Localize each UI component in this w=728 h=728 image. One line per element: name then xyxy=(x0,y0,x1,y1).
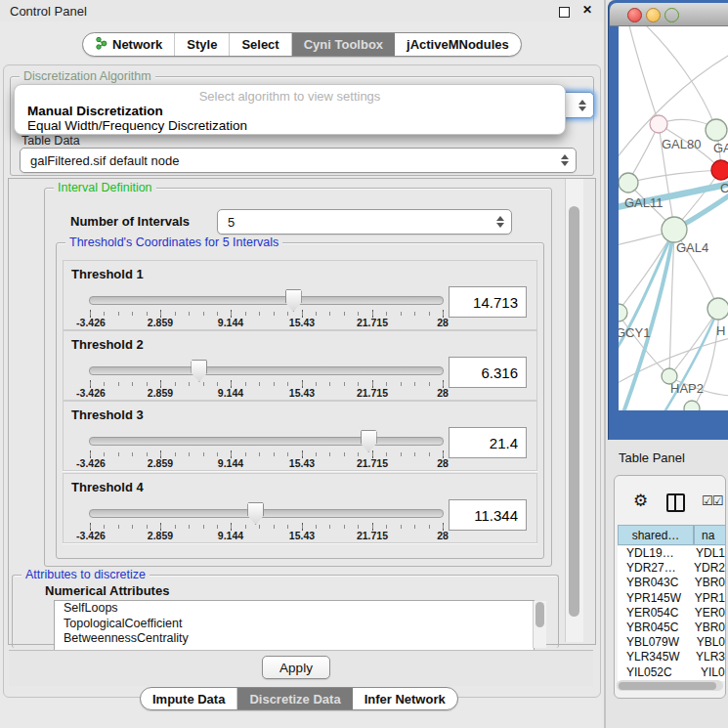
slider-minor-ticks xyxy=(90,382,444,386)
num-intervals-combobox[interactable]: 5 xyxy=(217,209,512,235)
threshold-row: Threshold 1 -3.426 2.859 9.144 15.43 21.… xyxy=(63,260,537,330)
table-row[interactable]: YDL19…YDL1 xyxy=(618,546,725,561)
list-item[interactable]: TopologicalCoefficient xyxy=(55,617,534,632)
table-row[interactable]: YIL052CYIL0 xyxy=(618,665,725,680)
slider-minor-ticks xyxy=(90,452,444,456)
threshold-slider-handle[interactable] xyxy=(191,360,207,382)
svg-text:GAL4: GAL4 xyxy=(676,240,708,255)
table-row[interactable]: YDR27…YDR2 xyxy=(618,561,725,576)
svg-text:C: C xyxy=(720,181,728,195)
combo-stepper-icon xyxy=(578,100,586,111)
close-traffic-icon[interactable] xyxy=(627,8,642,22)
tab-discretize-data[interactable]: Discretize Data xyxy=(237,688,352,709)
settings-gear-icon[interactable]: ⚙ xyxy=(633,491,648,511)
numerical-attributes-label: Numerical Attributes xyxy=(45,583,169,598)
float-window-icon[interactable] xyxy=(559,7,570,18)
table-rows[interactable]: YDL19…YDL1 YDR27…YDR2 YBR043CYBR0 YPR145… xyxy=(618,546,725,681)
node-gcy1[interactable] xyxy=(619,304,627,321)
table-columns-icon[interactable] xyxy=(666,493,685,512)
num-intervals-value: 5 xyxy=(228,215,235,230)
combo-stepper-icon xyxy=(561,154,569,166)
threshold-value-field[interactable]: 6.316 xyxy=(449,357,527,388)
threshold-value-field[interactable]: 21.4 xyxy=(449,427,527,458)
svg-text:HAP2: HAP2 xyxy=(670,381,704,396)
table-row[interactable]: YBL079WYBL0 xyxy=(618,635,725,650)
popup-hint: Select algorithm to view settings xyxy=(15,89,565,104)
svg-text:GAL11: GAL11 xyxy=(624,195,664,210)
table-panel-title: Table Panel xyxy=(619,450,685,465)
threshold-slider-track[interactable] xyxy=(89,366,444,375)
bottom-tabs: Impute Data Discretize Data Infer Networ… xyxy=(140,687,458,710)
node-h-partial[interactable] xyxy=(707,298,728,320)
table-row[interactable]: YER054CYER0 xyxy=(618,606,725,621)
settings-scrollbar[interactable] xyxy=(565,179,583,642)
tab-impute-data[interactable]: Impute Data xyxy=(141,688,237,709)
slider-minor-ticks xyxy=(90,525,444,529)
attributes-list[interactable]: SelfLoops TopologicalCoefficient Between… xyxy=(54,600,535,651)
tab-style[interactable]: Style xyxy=(175,33,230,56)
node-red-selected[interactable] xyxy=(711,160,728,180)
svg-text:GAL: GAL xyxy=(713,141,728,155)
combo-stepper-icon xyxy=(496,216,504,228)
close-icon[interactable]: ✕ xyxy=(582,3,592,17)
network-icon xyxy=(95,36,107,53)
control-panel-tabs: Network Style Select Cyni Toolbox jActiv… xyxy=(82,32,522,57)
column-header-name[interactable]: na xyxy=(694,525,726,545)
zoom-traffic-icon[interactable] xyxy=(664,8,679,22)
tab-network[interactable]: Network xyxy=(83,33,175,56)
tab-jactivemnodules[interactable]: jActiveMNodules xyxy=(395,33,521,56)
column-header-shared[interactable]: shared… xyxy=(618,525,694,545)
network-canvas[interactable]: GAL80 GAL GAL11 C GAL4 GCY1 H HAP2 xyxy=(619,26,728,410)
checkbox-icons[interactable]: ☑☑ xyxy=(702,493,722,508)
num-intervals-label: Number of Intervals xyxy=(70,214,190,229)
table-row[interactable]: YLR345WYLR3 xyxy=(618,650,725,664)
minimize-traffic-icon[interactable] xyxy=(646,8,661,22)
svg-text:GCY1: GCY1 xyxy=(619,325,650,340)
svg-text:H: H xyxy=(716,323,725,338)
tab-infer-network[interactable]: Infer Network xyxy=(353,688,457,709)
threshold-slider-handle[interactable] xyxy=(285,289,302,312)
network-window-titlebar[interactable] xyxy=(610,3,728,26)
threshold-value-field[interactable]: 14.713 xyxy=(449,286,527,318)
group-title: Discretization Algorithm xyxy=(20,69,155,83)
table-data-value: galFiltered.sif default node xyxy=(30,153,179,168)
svg-text:GAL80: GAL80 xyxy=(662,137,701,151)
panel-title: Control Panel xyxy=(10,4,87,19)
list-item[interactable]: SelfLoops xyxy=(55,601,534,617)
node-gal11[interactable] xyxy=(619,173,638,193)
scrollbar-thumb[interactable] xyxy=(619,682,716,690)
table-data-label: Table Data xyxy=(21,134,80,148)
group-title: Attributes to discretize xyxy=(21,568,150,581)
scrollbar-thumb[interactable] xyxy=(569,206,579,617)
table-row[interactable]: YBR043CYBR0 xyxy=(618,576,725,590)
threshold-slider-handle[interactable] xyxy=(247,502,264,525)
tab-cyni-toolbox[interactable]: Cyni Toolbox xyxy=(292,33,395,56)
threshold-slider-track[interactable] xyxy=(89,509,444,518)
group-title: Threshold's Coordinates for 5 Intervals xyxy=(65,236,282,249)
table-row[interactable]: YBR045CYBR0 xyxy=(618,621,725,635)
scrollbar-thumb[interactable] xyxy=(535,602,544,627)
node-gal80[interactable] xyxy=(650,115,667,133)
table-data-combobox[interactable]: galFiltered.sif default node xyxy=(20,148,577,173)
popup-option-manual[interactable]: Manual Discretization xyxy=(27,104,163,118)
node-gal-partial[interactable] xyxy=(706,119,727,141)
node-gal4[interactable] xyxy=(662,217,687,242)
threshold-slider-track[interactable] xyxy=(89,437,444,446)
popup-option-equal-width[interactable]: Equal Width/Frequency Discretization xyxy=(27,118,247,133)
node-partial-bottom[interactable] xyxy=(684,401,700,410)
apply-button[interactable]: Apply xyxy=(262,656,330,679)
threshold-label: Threshold 2 xyxy=(71,337,144,352)
threshold-value-field[interactable]: 11.344 xyxy=(449,499,527,531)
tab-select[interactable]: Select xyxy=(230,33,291,56)
attributes-list-scrollbar[interactable] xyxy=(533,601,546,648)
slider-minor-ticks xyxy=(90,312,444,316)
group-title: Interval Definition xyxy=(54,181,156,194)
algorithm-popup: Select algorithm to view settings Manual… xyxy=(14,84,566,135)
threshold-label: Threshold 1 xyxy=(71,267,144,281)
threshold-slider-track[interactable] xyxy=(89,296,444,305)
list-item[interactable]: BetweennessCentrality xyxy=(55,631,534,647)
threshold-slider-handle[interactable] xyxy=(361,430,377,452)
threshold-label: Threshold 4 xyxy=(71,480,144,494)
table-row[interactable]: YPR145WYPR1 xyxy=(618,591,725,606)
horizontal-scrollbar[interactable] xyxy=(617,680,723,691)
